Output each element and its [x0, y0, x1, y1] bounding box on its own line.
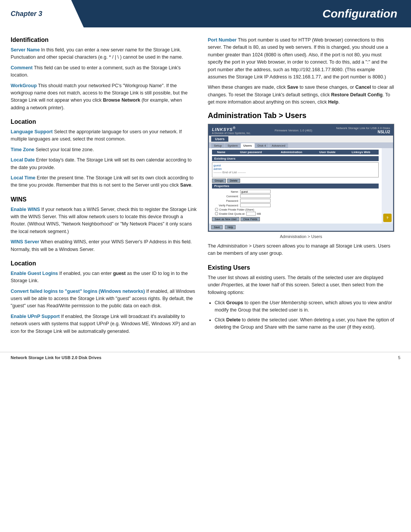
screenshot-disk-quota-checkbox[interactable]: [215, 212, 218, 215]
screenshot-firmware: Firmware Version: 1.0 (482): [275, 129, 312, 132]
admin-users-screenshot: LINKSYS® A Division of Cisco Systems, In…: [208, 124, 394, 232]
screenshot-bottom-left-buttons: Save as New User Clear Fields: [212, 217, 379, 221]
workgroup-term: WorkGroup: [11, 83, 37, 88]
location1-heading: Location: [11, 118, 197, 125]
screenshot-verify-password-input[interactable]: [240, 203, 271, 207]
left-column: Identification Server Name In this field…: [11, 37, 197, 338]
screenshot-caption: Administration > Users: [208, 234, 394, 239]
screenshot-quota-input[interactable]: [246, 212, 256, 216]
convert-failed-logins-para: Convert failed logins to "guest" logins …: [11, 288, 197, 310]
screenshot-save-help-buttons: Save Help: [211, 225, 236, 229]
wins-server-term: WINS Server: [11, 239, 39, 244]
existing-users-para: The user list shows all existing users. …: [208, 274, 394, 296]
screenshot-logo: LINKSYS® A Division of Cisco Systems, In…: [212, 126, 251, 134]
language-support-para: Language Support Select the appropriate …: [11, 128, 197, 143]
enable-guest-logins-para: Enable Guest Logins If enabled, you can …: [11, 270, 197, 285]
comment-term: Comment: [11, 65, 33, 70]
screenshot-help-icon[interactable]: ?: [383, 214, 392, 222]
time-zone-term: Time Zone: [11, 147, 34, 152]
screenshot-help-button[interactable]: Help: [225, 225, 236, 229]
screenshot-groups-button[interactable]: Groups: [212, 179, 226, 183]
screenshot-tab-disk4[interactable]: Disk 4: [255, 143, 269, 148]
enable-upnp-term: Enable UPnP Support: [11, 314, 60, 319]
screenshot-tab-system[interactable]: System: [225, 143, 241, 148]
server-name-term: Server Name: [11, 47, 40, 53]
screenshot-user-admin: admin: [213, 167, 377, 171]
screenshot-field-password: Password:: [212, 199, 379, 203]
screenshot-tab-users[interactable]: Users: [241, 143, 255, 148]
screenshot-name-input[interactable]: guest: [240, 190, 271, 193]
screenshot-save-new-user-button[interactable]: Save as New User: [212, 217, 239, 221]
screenshot-tabs: Setup System Users Disk 4 Advanced: [209, 142, 393, 148]
config-title-text: Configuration: [322, 7, 397, 20]
screenshot-clear-fields-button[interactable]: Clear Fields: [241, 217, 260, 221]
screenshot-help-icon-area: ?: [382, 148, 393, 224]
screenshot-col-admin: Administration: [271, 150, 312, 155]
screenshot-col-headers: Name User password Administration User G…: [212, 150, 379, 155]
screenshot-user-buttons: Groups Delete: [212, 179, 379, 183]
bullet-groups: Click Groups to open the User Membership…: [215, 299, 394, 314]
screenshot-main: Name User password Administration User G…: [209, 148, 382, 224]
enable-upnp-para: Enable UPnP Support If enabled, the Stor…: [11, 313, 197, 335]
existing-users-bullet-list: Click Groups to open the User Membership…: [208, 299, 394, 331]
server-name-para: Server Name In this field, you can enter…: [11, 46, 197, 61]
port-number-term: Port Number: [208, 37, 237, 43]
screenshot-product: Network Storage Link for USB 2.0 Disks N…: [336, 126, 390, 134]
page-footer: Network Storage Link for USB 2.0 Disk Dr…: [0, 352, 411, 363]
screenshot-field-name: Name: guest: [212, 190, 379, 193]
screenshot-col-linksys: Linksys Web: [343, 150, 379, 155]
screenshot-tab-setup[interactable]: Setup: [211, 143, 225, 148]
footer-left-text: Network Storage Link for USB 2.0 Disk Dr…: [11, 355, 101, 360]
wins-server-para: WINS Server When enabling WINS, enter yo…: [11, 238, 197, 253]
screenshot-field-verify-password: Verify Password:: [212, 203, 379, 207]
screenshot-private-folder-checkbox[interactable]: [215, 208, 218, 211]
language-support-term: Language Support: [11, 129, 53, 134]
time-zone-para: Time Zone Select your local time zone.: [11, 146, 197, 153]
main-content: Identification Server Name In this field…: [0, 27, 411, 346]
screenshot-nav-bar: Users: [209, 136, 393, 142]
location2-heading: Location: [11, 260, 197, 267]
port-number-para: Port Number This port number is used for…: [208, 37, 394, 81]
screenshot-delete-button[interactable]: Delete: [227, 179, 240, 183]
local-time-para: Local Time Enter the present time. The S…: [11, 174, 197, 189]
screenshot-checkbox-disk-quota: Enable Disk Quota at: MB: [215, 212, 379, 216]
right-column: Port Number This port number is used for…: [208, 37, 394, 338]
bullet-delete: Click Delete to delete the selected user…: [215, 316, 394, 331]
convert-failed-logins-term: Convert failed logins to "guest" logins …: [11, 289, 145, 294]
screenshot-col-password: User password: [231, 150, 271, 155]
enable-wins-term: Enable WINS: [11, 207, 40, 212]
existing-users-heading: Existing Users: [208, 264, 394, 271]
config-title: Configuration: [84, 0, 411, 27]
wins-heading: WINS: [11, 196, 197, 203]
screenshot-user-list: guest admin -------- End of List -------…: [212, 162, 379, 177]
screenshot-properties-fields: Name: guest Comment: Password: Verif: [212, 190, 379, 207]
screenshot-comment-input[interactable]: [240, 194, 271, 198]
enable-wins-para: Enable WINS If your network has a WINS S…: [11, 206, 197, 236]
chapter-label: Chapter 3: [11, 10, 42, 18]
admin-tab-users-heading: Administration Tab > Users: [208, 111, 394, 120]
screenshot-user-eol: -------- End of List --------: [213, 171, 377, 174]
local-date-term: Local Date: [11, 157, 35, 163]
screenshot-nav-title: Users: [211, 136, 228, 142]
screenshot-col-userguide: User Guide: [312, 150, 343, 155]
screenshot-tab-advanced[interactable]: Advanced: [269, 143, 288, 148]
enable-guest-logins-term: Enable Guest Logins: [11, 271, 58, 276]
screenshot-password-input[interactable]: [240, 199, 271, 203]
screenshot-bottom-bar: Save Help: [209, 224, 393, 231]
screenshot-properties-label: Properties: [212, 184, 379, 189]
screenshot-col-name: Name: [212, 150, 231, 155]
chapter-tab: Chapter 3: [0, 0, 84, 27]
page-header: Chapter 3 Configuration: [0, 0, 411, 27]
admin-users-intro-para: The Administration > Users screen allows…: [208, 243, 394, 257]
save-cancel-para: When these changes are made, click Save …: [208, 84, 394, 106]
local-date-para: Local Date Enter today's date. The Stora…: [11, 157, 197, 171]
screenshot-header: LINKSYS® A Division of Cisco Systems, In…: [209, 125, 393, 136]
screenshot-checkbox-private-folder: Create Private Folder (Share): [215, 208, 379, 211]
screenshot-body: Name User password Administration User G…: [209, 148, 393, 224]
local-time-term: Local Time: [11, 175, 35, 181]
comment-para: Comment This field can be used to enter …: [11, 64, 197, 79]
screenshot-existing-users-label: Existing Users: [212, 156, 379, 161]
identification-heading: Identification: [11, 37, 197, 43]
screenshot-save-button[interactable]: Save: [211, 225, 223, 229]
footer-page-number: 5: [398, 355, 400, 360]
